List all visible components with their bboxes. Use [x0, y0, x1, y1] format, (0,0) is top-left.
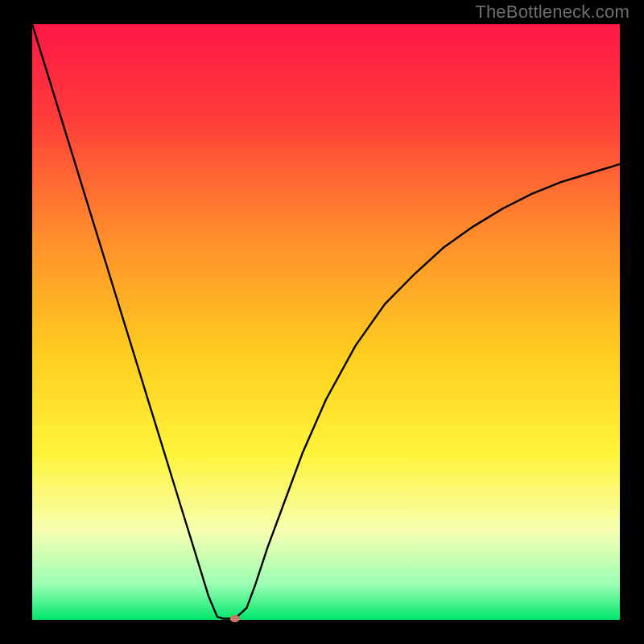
optimal-point-marker — [230, 615, 240, 622]
bottleneck-chart — [0, 0, 644, 644]
gradient-background — [32, 24, 620, 620]
chart-frame: TheBottleneck.com — [0, 0, 644, 644]
watermark-text: TheBottleneck.com — [475, 2, 630, 23]
